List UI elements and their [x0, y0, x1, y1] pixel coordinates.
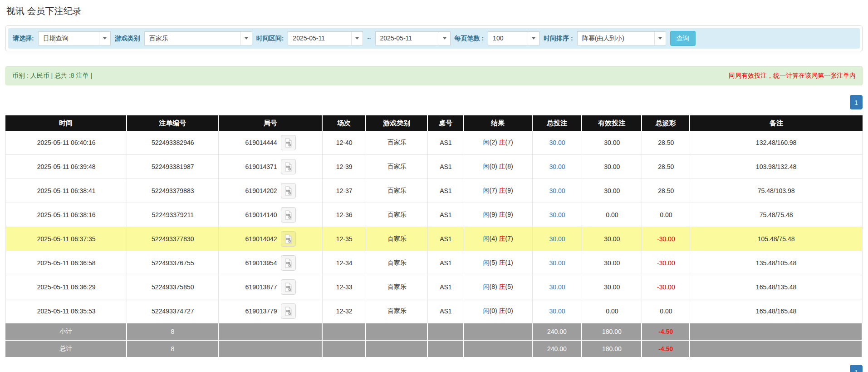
- cell-result: 闲(0) 庄(0): [464, 299, 533, 323]
- cell-time: 2025-05-11 06:36:58: [5, 251, 127, 275]
- search-button[interactable]: 查询: [670, 31, 696, 46]
- cell-remark: 75.48/103.98: [690, 179, 863, 203]
- footer-valid-bet: 180.00: [582, 341, 642, 358]
- result-player-label: 闲: [483, 235, 490, 242]
- cell-result: 闲(2) 庄(7): [464, 131, 533, 155]
- cell-payout: 28.50: [642, 155, 690, 179]
- total-bet-link[interactable]: 30.00: [549, 235, 565, 243]
- result-player-label: 闲: [483, 139, 490, 146]
- result-banker-label: 庄: [499, 283, 505, 290]
- table-header-row: 时间注单编号局号场次游戏类别桌号结果总投注有效投注总派彩备注: [5, 115, 863, 131]
- chevron-down-icon[interactable]: [351, 32, 363, 45]
- cell-time: 2025-05-11 06:39:48: [5, 155, 127, 179]
- chevron-down-icon[interactable]: [654, 32, 666, 45]
- cell-table-no: AS1: [428, 203, 464, 227]
- chevron-down-icon[interactable]: [99, 32, 110, 45]
- cell-time: 2025-05-11 06:40:16: [5, 131, 127, 155]
- video-replay-button[interactable]: [281, 303, 296, 319]
- page-size-select[interactable]: 100: [488, 31, 539, 45]
- chevron-down-icon[interactable]: [240, 32, 252, 45]
- column-header: 备注: [690, 115, 863, 131]
- table-row: 2025-05-11 06:37:35522493377830619014042…: [5, 227, 863, 251]
- video-replay-button[interactable]: [281, 135, 296, 150]
- total-bet-link[interactable]: 30.00: [549, 211, 565, 218]
- result-player-label: 闲: [483, 163, 490, 170]
- video-replay-button[interactable]: [281, 255, 296, 271]
- total-bet-link[interactable]: 30.00: [549, 187, 565, 194]
- video-replay-button[interactable]: [281, 159, 296, 174]
- time-range-label: 时间区间:: [256, 35, 284, 43]
- cell-valid-bet: 0.00: [582, 299, 642, 323]
- date-from-input[interactable]: 2025-05-11: [288, 31, 363, 45]
- result-player-score: (0): [490, 163, 497, 170]
- round-id-text: 619014371: [245, 163, 277, 170]
- video-replay-button[interactable]: [281, 231, 296, 247]
- cell-session: 12-33: [323, 275, 366, 299]
- cell-round-id: 619014042: [219, 227, 323, 251]
- page-size-value: 100: [488, 32, 528, 45]
- total-bet-link[interactable]: 30.00: [549, 139, 565, 146]
- result-player-label: 闲: [483, 211, 490, 218]
- cell-table-no: AS1: [428, 227, 464, 251]
- cell-total-bet: 30.00: [533, 299, 583, 323]
- summary-currency-count: 币别 : 人民币 | 总共 :8 注单 |: [12, 72, 92, 80]
- video-replay-button[interactable]: [281, 183, 296, 198]
- round-id-text: 619013779: [245, 308, 277, 315]
- result-player-label: 闲: [483, 283, 490, 290]
- video-replay-button[interactable]: [281, 279, 296, 295]
- cell-total-bet: 30.00: [533, 203, 583, 227]
- cell-table-no: AS1: [428, 179, 464, 203]
- cell-time: 2025-05-11 06:38:16: [5, 203, 127, 227]
- video-replay-button[interactable]: [281, 207, 296, 223]
- page-number-button[interactable]: 1: [850, 365, 863, 372]
- page-number-button[interactable]: 1: [850, 95, 863, 109]
- total-bet-link[interactable]: 30.00: [549, 163, 565, 170]
- total-bet-link[interactable]: 30.00: [549, 283, 565, 291]
- cell-round-id: 619014140: [219, 203, 323, 227]
- date-to-value: 2025-05-11: [376, 32, 439, 45]
- table-row: 2025-05-11 06:35:53522493374727619013779…: [5, 299, 863, 323]
- result-player-score: (8): [490, 283, 497, 290]
- result-banker-score: (8): [505, 163, 513, 170]
- footer-empty-cell: [219, 341, 323, 358]
- filter-panel: 请选择: 日期查询 游戏类别 百家乐 时间区间: 2025-05-11 ~ 20…: [5, 25, 863, 51]
- total-bet-link[interactable]: 30.00: [549, 259, 565, 267]
- result-player-label: 闲: [483, 187, 490, 194]
- footer-empty-cell: [323, 341, 366, 358]
- result-banker-label: 庄: [499, 259, 505, 266]
- page-title: 视讯 会员下注纪录: [0, 0, 868, 17]
- game-type-select[interactable]: 百家乐: [144, 31, 252, 45]
- round-id-text: 619014042: [245, 235, 277, 243]
- cell-result: 闲(7) 庄(9): [464, 179, 533, 203]
- cell-game-type: 百家乐: [366, 131, 428, 155]
- cell-game-type: 百家乐: [366, 251, 428, 275]
- table-row: 2025-05-11 06:38:41522493379883619014202…: [5, 179, 863, 203]
- chevron-down-icon[interactable]: [439, 32, 450, 45]
- date-type-select[interactable]: 日期查询: [38, 31, 111, 45]
- round-id-text: 619013877: [245, 283, 277, 291]
- table-row: 2025-05-11 06:36:58522493376755619013954…: [5, 251, 863, 275]
- cell-bet-id: 522493377830: [127, 227, 219, 251]
- sort-order-select[interactable]: 降幂(由大到小): [577, 31, 666, 45]
- result-player-score: (7): [490, 187, 497, 194]
- result-banker-score: (5): [505, 283, 513, 290]
- date-to-input[interactable]: 2025-05-11: [375, 31, 451, 45]
- video-icon: [284, 186, 293, 196]
- cell-bet-id: 522493375850: [127, 275, 219, 299]
- cell-total-bet: 30.00: [533, 131, 583, 155]
- footer-empty-cell: [323, 323, 366, 341]
- sort-order-value: 降幂(由大到小): [578, 32, 654, 45]
- cell-round-id: 619014444: [219, 131, 323, 155]
- chevron-down-icon[interactable]: [528, 32, 539, 45]
- cell-remark: 165.48/165.48: [690, 299, 863, 323]
- cell-valid-bet: 30.00: [582, 251, 642, 275]
- game-type-value: 百家乐: [145, 32, 240, 45]
- column-header: 场次: [323, 115, 366, 131]
- result-banker-label: 庄: [499, 307, 505, 314]
- cell-total-bet: 30.00: [533, 179, 583, 203]
- cell-session: 12-34: [323, 251, 366, 275]
- total-bet-link[interactable]: 30.00: [549, 308, 565, 315]
- date-type-value: 日期查询: [39, 32, 99, 45]
- cell-remark: 103.98/132.48: [690, 155, 863, 179]
- cell-session: 12-32: [323, 299, 366, 323]
